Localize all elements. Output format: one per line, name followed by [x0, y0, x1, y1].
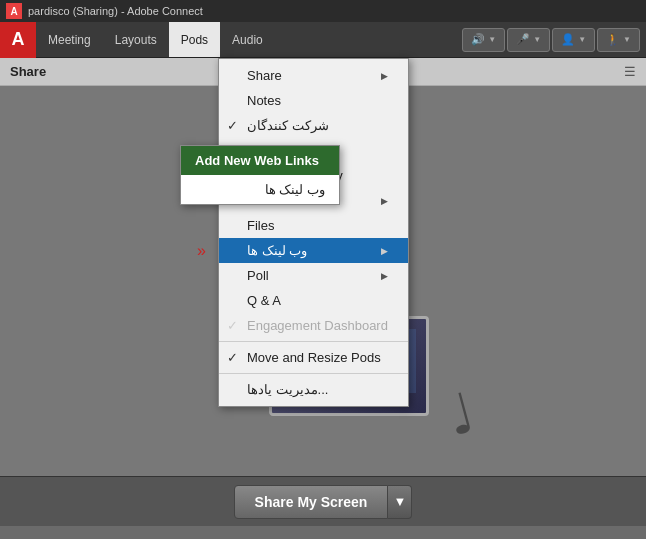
menu-bar: A Meeting Layouts Pods Audio 🔊 ▼ 🎤 ▼ 👤 ▼… — [0, 22, 646, 58]
separator-1 — [219, 341, 408, 342]
sub-bar-menu-icon[interactable]: ☰ — [624, 64, 636, 79]
dropdown-item-share[interactable]: Share — [219, 63, 408, 88]
person-arrow-icon: ▼ — [623, 35, 631, 44]
dropdown-item-files[interactable]: Files — [219, 213, 408, 238]
weblinks-submenu: Add New Web Links وب لینک ها — [180, 145, 340, 205]
dropdown-item-move-resize[interactable]: ✓ Move and Resize Pods — [219, 345, 408, 370]
mic-button[interactable]: 🎤 ▼ — [507, 28, 550, 52]
dropdown-menu: Share Notes ✓ شرکت کنندگان ✓ Video Video… — [218, 58, 409, 407]
dropdown-item-weblinks[interactable]: » وب لینک ها — [219, 238, 408, 263]
camera-icon: 👤 — [561, 33, 575, 46]
menu-item-layouts[interactable]: Layouts — [103, 22, 169, 57]
share-my-screen-button[interactable]: Share My Screen — [234, 485, 389, 519]
dropdown-item-qa[interactable]: Q & A — [219, 288, 408, 313]
volume-icon: 🔊 — [471, 33, 485, 46]
volume-arrow-icon: ▼ — [488, 35, 496, 44]
menu-item-meeting[interactable]: Meeting — [36, 22, 103, 57]
dropdown-item-notes[interactable]: Notes — [219, 88, 408, 113]
submenu-add-new[interactable]: Add New Web Links — [181, 146, 339, 175]
dropdown-item-poll[interactable]: Poll — [219, 263, 408, 288]
check-icon-engagement: ✓ — [227, 318, 238, 333]
menu-item-audio[interactable]: Audio — [220, 22, 275, 57]
pods-dropdown: Share Notes ✓ شرکت کنندگان ✓ Video Video… — [218, 58, 409, 407]
sub-bar-title: Share — [10, 64, 46, 79]
arrow-down-icon: ▼ — [393, 494, 406, 509]
bottom-bar: Share My Screen ▼ — [0, 476, 646, 526]
dropdown-item-participants[interactable]: ✓ شرکت کنندگان — [219, 113, 408, 138]
camera-button[interactable]: 👤 ▼ — [552, 28, 595, 52]
mic-icon: 🎤 — [516, 33, 530, 46]
check-icon-move: ✓ — [227, 350, 238, 365]
submenu-existing-item[interactable]: وب لینک ها — [181, 175, 339, 204]
person-button[interactable]: 🚶 ▼ — [597, 28, 640, 52]
menu-right-buttons: 🔊 ▼ 🎤 ▼ 👤 ▼ 🚶 ▼ — [462, 28, 646, 52]
adobe-logo: A — [0, 22, 36, 58]
mic-arrow-icon: ▼ — [533, 35, 541, 44]
check-icon: ✓ — [227, 118, 238, 133]
camera-arrow-icon: ▼ — [578, 35, 586, 44]
dropdown-item-manage[interactable]: ...مدیریت یادها — [219, 377, 408, 402]
share-my-screen-arrow-button[interactable]: ▼ — [388, 485, 412, 519]
app-icon: A — [6, 3, 22, 19]
volume-button[interactable]: 🔊 ▼ — [462, 28, 505, 52]
menu-items: Meeting Layouts Pods Audio — [36, 22, 462, 57]
person-icon: 🚶 — [606, 33, 620, 46]
title-bar: A pardisco (Sharing) - Adobe Connect — [0, 0, 646, 22]
weblnk-arrow-icon: » — [197, 242, 206, 260]
menu-item-pods[interactable]: Pods — [169, 22, 220, 57]
separator-2 — [219, 373, 408, 374]
title-bar-text: pardisco (Sharing) - Adobe Connect — [28, 5, 203, 17]
dropdown-item-engagement: ✓ Engagement Dashboard — [219, 313, 408, 338]
